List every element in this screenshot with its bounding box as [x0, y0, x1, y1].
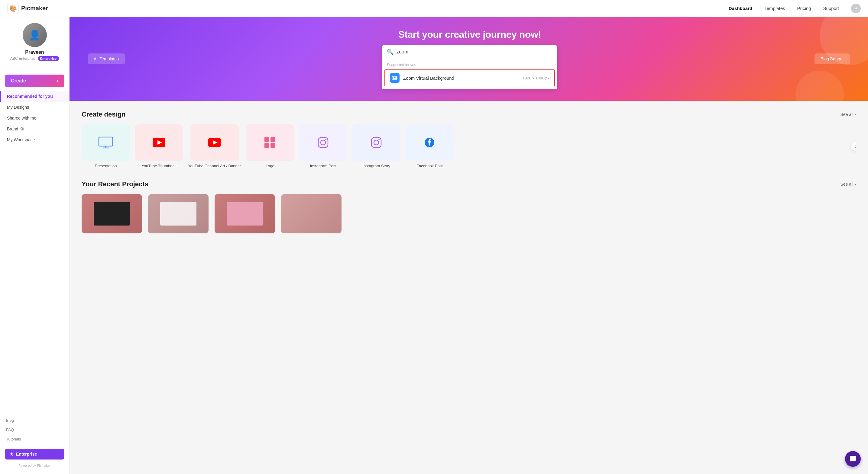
logo-text: Picmaker — [21, 5, 48, 12]
create-design-see-all[interactable]: See all › — [840, 112, 856, 117]
project-card-4-inner — [281, 194, 342, 233]
logo-icon-bg — [246, 124, 294, 161]
svg-rect-1 — [99, 137, 113, 146]
create-design-title: Create design — [82, 110, 126, 118]
all-templates-button[interactable]: All Templates — [88, 54, 125, 64]
hero-title: Start your creative journey now! — [398, 29, 541, 40]
nav-avatar[interactable]: P — [851, 4, 861, 13]
design-card-youtube-art[interactable]: YouTube Channel Art / Banner — [188, 124, 241, 168]
avatar-image: 👤 — [23, 23, 47, 47]
chat-icon — [849, 455, 857, 463]
recent-projects-section: Your Recent Projects See all › — [82, 180, 856, 233]
project-card-3-inner — [215, 194, 275, 233]
profile-meta: ABC Enterprise Enterprise — [10, 56, 59, 61]
create-design-header: Create design See all › — [82, 110, 856, 118]
content-area: Create design See all › Pr — [69, 101, 868, 243]
sidebar-item-my-designs-label: My Designs — [7, 105, 29, 110]
sidebar-item-shared[interactable]: Shared with me — [0, 113, 69, 124]
main-content: All Templates Start your creative journe… — [69, 17, 868, 474]
nav-links: Dashboard Templates Pricing Support P — [729, 4, 861, 13]
search-result-zoom[interactable]: Zoom Virtual Background 1920 x 1080 px — [384, 69, 555, 86]
youtube-thumb-label: YouTube Thumbnail — [142, 164, 176, 168]
enterprise-badge: Enterprise — [38, 56, 59, 61]
youtube-art-icon-bg — [190, 124, 239, 161]
sidebar-tutorials-link[interactable]: Tutorials — [0, 435, 69, 444]
logo[interactable]: 🎨 Picmaker — [7, 3, 48, 14]
create-button-label: Create — [11, 78, 26, 83]
star-icon: ★ — [10, 452, 13, 456]
sidebar-profile: 👤 Praveen ABC Enterprise Enterprise — [0, 23, 69, 67]
profile-name: Praveen — [25, 49, 44, 55]
search-input[interactable] — [397, 49, 553, 55]
result-name: Zoom Virtual Background — [403, 75, 454, 80]
sidebar: 👤 Praveen ABC Enterprise Enterprise Crea… — [0, 17, 69, 474]
hero-center: Start your creative journey now! 🔍 Sugge… — [125, 29, 814, 89]
recent-projects-header: Your Recent Projects See all › — [82, 180, 856, 188]
facebook-post-icon-bg — [405, 124, 454, 161]
result-size: 1920 x 1080 px — [523, 76, 550, 80]
sidebar-footer: Blog FAQ Tutorials — [0, 413, 69, 446]
svg-point-16 — [374, 140, 379, 145]
design-card-presentation[interactable]: Presentation — [82, 124, 130, 168]
project-card-4[interactable] — [281, 194, 342, 233]
design-card-facebook-post[interactable]: Facebook Post — [405, 124, 454, 168]
sidebar-item-shared-label: Shared with me — [7, 115, 36, 121]
sidebar-faq-link[interactable]: FAQ — [0, 425, 69, 435]
presentation-icon-bg — [82, 124, 130, 161]
hero-left: All Templates — [88, 54, 125, 64]
search-container: 🔍 Suggested for you — [382, 45, 557, 89]
sidebar-item-workspace-label: My Workspace — [7, 137, 35, 142]
design-card-instagram-story[interactable]: Instagram Story — [352, 124, 400, 168]
hero-right: Blog Banner — [814, 54, 850, 64]
enterprise-button[interactable]: ★ Enterprise — [5, 449, 64, 460]
project-card-2-inner — [148, 194, 209, 233]
sidebar-item-recommended[interactable]: Recommended for you — [0, 91, 69, 102]
nav-dashboard[interactable]: Dashboard — [729, 6, 752, 11]
logo-icon: 🎨 — [7, 3, 19, 14]
project-cards — [82, 194, 856, 233]
chat-button[interactable] — [845, 451, 861, 467]
svg-point-14 — [325, 139, 327, 140]
carousel-next-button[interactable]: › — [851, 142, 856, 151]
youtube-thumb-icon-bg — [135, 124, 183, 161]
project-thumbnail-white — [160, 202, 196, 226]
search-result-left: Zoom Virtual Background — [390, 73, 454, 83]
svg-rect-9 — [271, 137, 275, 142]
instagram-story-label: Instagram Story — [363, 164, 391, 168]
nav-support[interactable]: Support — [823, 6, 839, 11]
sidebar-item-brand-kit[interactable]: Brand Kit — [0, 124, 69, 134]
facebook-post-label: Facebook Post — [416, 164, 443, 168]
logo-label: Logo — [266, 164, 274, 168]
create-button[interactable]: Create › — [5, 75, 64, 87]
svg-rect-15 — [371, 138, 381, 147]
project-card-3[interactable] — [215, 194, 275, 233]
search-input-row: 🔍 — [382, 45, 557, 59]
design-card-instagram-post[interactable]: Instagram Post — [299, 124, 347, 168]
svg-rect-12 — [318, 138, 328, 147]
project-card-1[interactable] — [82, 194, 142, 233]
nav-templates[interactable]: Templates — [764, 6, 785, 11]
design-card-youtube-thumb[interactable]: YouTube Thumbnail — [135, 124, 183, 168]
chevron-right-icon: › — [855, 112, 856, 117]
page-layout: 👤 Praveen ABC Enterprise Enterprise Crea… — [0, 0, 868, 474]
svg-point-17 — [378, 139, 380, 140]
suggested-label: Suggested for you — [382, 62, 557, 69]
project-thumbnail-black — [94, 202, 130, 226]
recent-projects-see-all[interactable]: See all › — [840, 182, 856, 187]
design-card-logo[interactable]: Logo — [246, 124, 294, 168]
project-card-2[interactable] — [148, 194, 209, 233]
design-cards: Presentation YouTube Thumbnail — [82, 124, 856, 168]
svg-point-13 — [321, 140, 326, 145]
top-navigation: 🎨 Picmaker Dashboard Templates Pricing S… — [0, 0, 868, 17]
search-icon: 🔍 — [387, 48, 394, 55]
hero-banner: All Templates Start your creative journe… — [69, 17, 868, 101]
sidebar-item-recommended-label: Recommended for you — [7, 94, 53, 99]
avatar: 👤 — [23, 23, 47, 47]
zoom-icon — [390, 73, 400, 83]
sidebar-item-workspace[interactable]: My Workspace — [0, 134, 69, 145]
nav-pricing[interactable]: Pricing — [797, 6, 811, 11]
sidebar-item-my-designs[interactable]: My Designs — [0, 102, 69, 113]
instagram-post-icon-bg — [299, 124, 347, 161]
blog-banner-button[interactable]: Blog Banner — [814, 54, 850, 64]
sidebar-blog-link[interactable]: Blog — [0, 416, 69, 425]
